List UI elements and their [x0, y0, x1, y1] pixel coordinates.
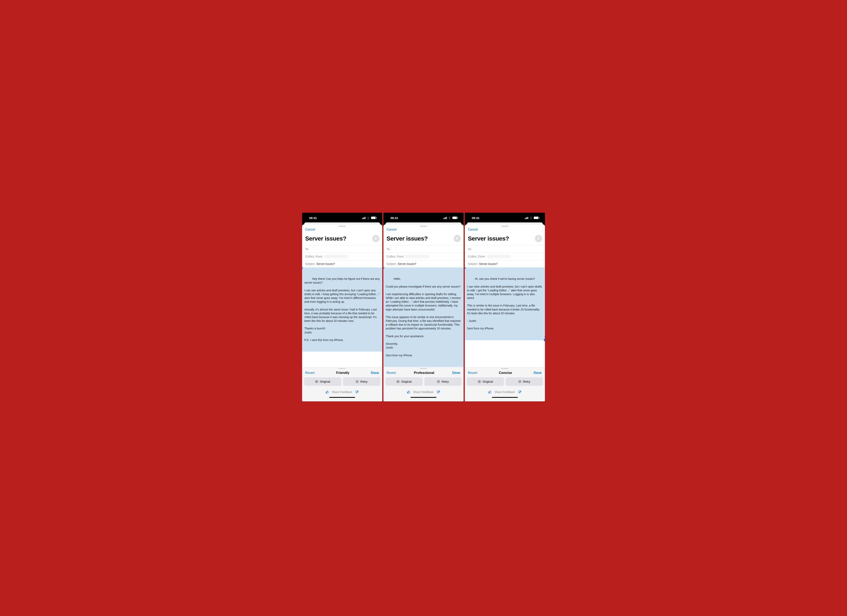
to-label: To:: [468, 248, 472, 251]
writing-tools-grabber[interactable]: [420, 368, 427, 369]
subject-field[interactable]: Subject: Server issues?: [302, 260, 382, 267]
to-field[interactable]: To:: [302, 245, 382, 253]
thumbs-down-icon[interactable]: [518, 390, 521, 394]
original-button[interactable]: Original: [304, 377, 341, 386]
home-indicator[interactable]: [492, 397, 518, 398]
thumbs-up-icon[interactable]: [325, 390, 329, 394]
cellular-icon: [443, 217, 447, 219]
selection-start-handle[interactable]: [302, 267, 303, 269]
revert-button[interactable]: Revert: [468, 371, 477, 375]
sheet-grabber[interactable]: [339, 226, 346, 227]
subject-label: Subject:: [387, 262, 397, 265]
revert-button[interactable]: Revert: [387, 371, 396, 375]
body-text: Hello, Could you please investigate if t…: [386, 277, 462, 357]
style-title: Professional: [414, 371, 434, 375]
subject-value: Server issues?: [479, 262, 498, 265]
selected-text[interactable]: Hey there! Can you help me figure out if…: [302, 267, 382, 352]
compose-title: Server issues?: [305, 235, 372, 242]
phone-screenshot: 09:41 Cancel Server issues?: [465, 213, 545, 401]
feedback-row: Share Feedback: [384, 390, 463, 394]
feedback-label[interactable]: Share Feedback: [332, 391, 352, 393]
to-label: To:: [387, 248, 390, 251]
done-button[interactable]: Done: [534, 371, 542, 375]
cellular-icon: [362, 217, 366, 219]
thumbs-up-icon[interactable]: [407, 390, 410, 394]
revert-button[interactable]: Revert: [305, 371, 314, 375]
sheet-background-peek: [302, 223, 382, 224]
cc-bcc-from-field[interactable]: Cc/Bcc, From:: [384, 253, 463, 260]
writing-tools-grabber[interactable]: [501, 368, 508, 369]
done-button[interactable]: Done: [452, 371, 460, 375]
status-time: 09:41: [472, 216, 480, 220]
sheet-grabber[interactable]: [420, 226, 427, 227]
original-button[interactable]: Original: [385, 377, 423, 386]
sheet-grabber[interactable]: [501, 226, 508, 227]
to-label: To:: [305, 248, 309, 251]
sheet-background-peek: [384, 223, 463, 224]
done-button[interactable]: Done: [371, 371, 379, 375]
compose-sheet: Cancel Server issues? To: Cc/Bcc, From: …: [384, 224, 463, 401]
status-bar: 09:41: [384, 213, 463, 223]
original-label: Original: [483, 380, 493, 383]
cc-bcc-from-field[interactable]: Cc/Bcc, From:: [302, 253, 382, 260]
arrow-up-icon: [374, 237, 378, 240]
to-field[interactable]: To:: [465, 245, 545, 253]
battery-icon: [371, 217, 376, 219]
from-value-redacted: [324, 255, 348, 258]
arrow-up-icon: [455, 237, 459, 240]
selection-start-handle[interactable]: [465, 267, 466, 269]
feedback-label[interactable]: Share Feedback: [494, 391, 515, 393]
battery-icon: [534, 217, 539, 219]
status-icons: [362, 216, 376, 220]
send-button[interactable]: [454, 235, 461, 242]
send-button[interactable]: [535, 235, 542, 242]
selection-start-handle[interactable]: [384, 267, 385, 269]
sheet-background-peek: [465, 223, 545, 224]
message-body[interactable]: Hello, Could you please investigate if t…: [384, 267, 463, 367]
feedback-label[interactable]: Share Feedback: [413, 391, 434, 393]
compose-title: Server issues?: [468, 235, 535, 242]
to-field[interactable]: To:: [384, 245, 463, 253]
thumbs-up-icon[interactable]: [488, 390, 492, 394]
thumbs-down-icon[interactable]: [355, 390, 359, 394]
status-icons: [443, 216, 457, 220]
from-value-redacted: [405, 255, 429, 258]
phone-screenshot: 09:41 Cancel Server issues?: [302, 213, 382, 401]
writing-tools-sheet: Revert Friendly Done Original Retry: [302, 367, 382, 401]
message-body[interactable]: Hi, can you check if we're having server…: [465, 267, 545, 367]
body-text: Hey there! Can you help me figure out if…: [304, 277, 381, 342]
original-button[interactable]: Original: [467, 377, 504, 386]
cancel-button[interactable]: Cancel: [305, 228, 315, 231]
cancel-button[interactable]: Cancel: [387, 228, 397, 231]
selected-text[interactable]: Hello, Could you please investigate if t…: [384, 267, 463, 367]
selected-text[interactable]: Hi, can you check if we're having server…: [465, 267, 545, 340]
cancel-button[interactable]: Cancel: [468, 228, 478, 231]
arrow-up-icon: [537, 237, 540, 240]
subject-field[interactable]: Subject: Server issues?: [465, 260, 545, 267]
send-button[interactable]: [372, 235, 379, 242]
home-indicator[interactable]: [410, 397, 437, 398]
retry-label: Retry: [360, 380, 367, 383]
subject-field[interactable]: Subject: Server issues?: [384, 260, 463, 267]
revert-icon: [396, 380, 400, 383]
retry-button[interactable]: Retry: [343, 377, 380, 386]
cellular-icon: [525, 217, 528, 219]
writing-tools-grabber[interactable]: [339, 368, 346, 369]
from-value-redacted: [487, 255, 511, 258]
retry-icon: [437, 380, 440, 383]
original-label: Original: [401, 380, 412, 383]
retry-label: Retry: [523, 380, 530, 383]
selection-end-handle[interactable]: [544, 339, 545, 341]
home-indicator[interactable]: [329, 397, 355, 398]
message-body[interactable]: Hey there! Can you help me figure out if…: [302, 267, 382, 367]
status-time: 09:41: [391, 216, 398, 220]
status-bar: 09:41: [302, 213, 382, 223]
retry-button[interactable]: Retry: [424, 377, 462, 386]
wifi-icon: [448, 216, 451, 220]
feedback-row: Share Feedback: [465, 390, 545, 394]
cc-bcc-from-field[interactable]: Cc/Bcc, From:: [465, 253, 545, 260]
retry-button[interactable]: Retry: [506, 377, 543, 386]
status-time: 09:41: [309, 216, 317, 220]
thumbs-down-icon[interactable]: [437, 390, 440, 394]
retry-label: Retry: [442, 380, 449, 383]
